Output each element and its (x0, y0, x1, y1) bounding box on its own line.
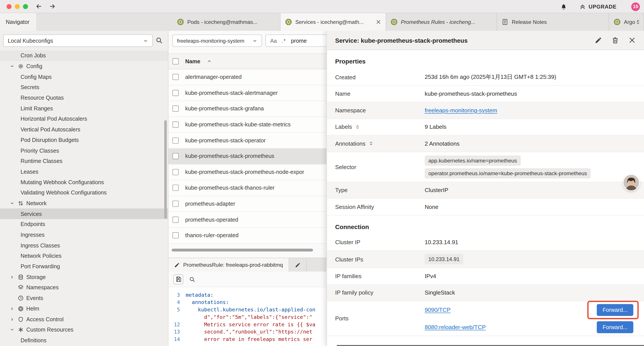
port-row: 9090/TCPForward... (424, 301, 636, 319)
zoom-window-button[interactable] (23, 4, 28, 9)
property-row-ip-families: IP familiesIPv4 (327, 268, 644, 285)
row-checkbox[interactable] (172, 137, 179, 143)
property-row-namespace: Namespacefreeleaps-monitoring-system (327, 102, 644, 119)
close-icon[interactable] (628, 36, 636, 44)
row-checkbox[interactable] (172, 169, 179, 175)
sidebar-item-ingresses[interactable]: Ingresses (0, 230, 168, 240)
sidebar-item-helm[interactable]: Helm (0, 304, 168, 314)
table-horizontal-scrollbar[interactable] (172, 249, 324, 252)
sort-ascending-icon[interactable] (207, 59, 212, 64)
sidebar-item-network-policies[interactable]: Network Policies (0, 251, 168, 261)
port-link[interactable]: 9090/TCP (424, 307, 450, 313)
select-all-checkbox[interactable] (172, 58, 179, 64)
chevron-right-icon[interactable] (10, 317, 14, 322)
name-column-header[interactable]: Name (185, 58, 200, 64)
sidebar-item-label: Resource Quotas (20, 95, 64, 101)
forward-button[interactable]: Forward... (597, 321, 633, 333)
sidebar-item-definitions[interactable]: Definitions (0, 335, 168, 346)
minimize-window-button[interactable] (15, 4, 20, 9)
sidebar-scrollbar[interactable] (164, 120, 166, 219)
port-link[interactable]: 8080:reloader-web/TCP (424, 324, 486, 330)
chevron-right-icon[interactable] (10, 306, 14, 311)
chevron-down-icon[interactable] (10, 328, 14, 332)
section-heading-properties: Properties (335, 57, 636, 66)
sidebar-item-secrets[interactable]: Secrets (0, 82, 168, 93)
navigator-pane-title: Navigator (0, 13, 36, 31)
sidebar-item-limit-ranges[interactable]: Limit Ranges (0, 103, 168, 114)
tab-close-icon[interactable] (376, 19, 381, 24)
sidebar-item-leases[interactable]: Leases (0, 166, 168, 177)
sidebar-item-network[interactable]: Network (0, 198, 168, 209)
row-checkbox[interactable] (172, 217, 179, 223)
dock-tab[interactable]: PrometheusRule: freeleaps-prod-rabbitmq (168, 258, 289, 272)
sidebar-item-namespaces[interactable]: Namespaces (0, 282, 168, 293)
sidebar-item-pod-disruption-budgets[interactable]: Pod Disruption Budgets (0, 135, 168, 145)
sidebar-item-cron-jobs[interactable]: Cron Jobs (0, 50, 168, 61)
upgrade-button[interactable]: UPGRADE (580, 3, 616, 10)
dock-tab[interactable] (289, 258, 307, 272)
chevron-down-icon[interactable] (10, 64, 14, 68)
sidebar-item-config-maps[interactable]: Config Maps (0, 72, 168, 82)
sidebar-item-events[interactable]: Events (0, 293, 168, 303)
row-checkbox[interactable] (172, 106, 179, 112)
sort-toggle-icon[interactable] (355, 124, 360, 129)
namespace-selector[interactable]: freeleaps-monitoring-system (172, 34, 262, 47)
sidebar-item-label: Secrets (20, 84, 40, 90)
property-row-cluster-ips: Cluster IPs10.233.14.91 (327, 251, 644, 268)
property-link[interactable]: freeleaps-monitoring-system (424, 107, 497, 114)
tab-pods-icecheng-mathmas[interactable]: Pods - icecheng@mathmas... (172, 13, 280, 31)
sidebar-item-mutating-webhook-configurations[interactable]: Mutating Webhook Configurations (0, 177, 168, 187)
row-checkbox[interactable] (172, 122, 179, 128)
save-button[interactable] (174, 274, 183, 284)
property-value: IPv4 (424, 273, 436, 280)
chevron-right-icon[interactable] (10, 275, 14, 280)
row-checkbox[interactable] (172, 74, 179, 80)
forward-icon[interactable] (49, 3, 56, 10)
row-checkbox[interactable] (172, 153, 179, 159)
sidebar-item-services[interactable]: Services (0, 209, 168, 219)
tab-release-notes[interactable]: Release Notes (497, 13, 609, 31)
notification-count-badge[interactable]: 15 (631, 2, 640, 11)
sidebar-item-port-forwarding[interactable]: Port Forwarding (0, 261, 168, 272)
search-icon[interactable] (155, 36, 163, 44)
user-avatar[interactable] (624, 175, 639, 190)
chevron-down-icon[interactable] (10, 201, 14, 206)
back-icon[interactable] (35, 3, 42, 10)
row-checkbox[interactable] (172, 185, 179, 191)
tab-prometheus-rules-icecheng[interactable]: Prometheus Rules - icecheng... (386, 13, 497, 31)
sort-toggle-icon[interactable] (368, 141, 374, 146)
sidebar-item-priority-classes[interactable]: Priority Classes (0, 145, 168, 156)
sidebar-item-vertical-pod-autoscalers[interactable]: Vertical Pod Autoscalers (0, 124, 168, 135)
tab-argo-s[interactable]: Argo S (609, 13, 644, 31)
close-window-button[interactable] (6, 4, 12, 9)
edit-pencil-icon[interactable] (595, 36, 602, 44)
sidebar-item-label: Services (20, 211, 42, 217)
sidebar-item-horizontal-pod-autoscalers[interactable]: Horizontal Pod Autoscalers (0, 114, 168, 124)
sidebar-item-ingress-classes[interactable]: Ingress Classes (0, 240, 168, 251)
sidebar-item-resource-quotas[interactable]: Resource Quotas (0, 93, 168, 103)
tab-services-icecheng-math[interactable]: Services - icecheng@math... (280, 13, 386, 31)
sidebar-item-endpoints[interactable]: Endpoints (0, 219, 168, 230)
sidebar-item-storage[interactable]: Storage (0, 272, 168, 282)
match-case-toggle[interactable]: Aa (270, 37, 277, 43)
property-label: Created (335, 74, 356, 80)
sidebar-item-runtime-classes[interactable]: Runtime Classes (0, 156, 168, 166)
property-value: None (424, 203, 438, 210)
row-checkbox[interactable] (172, 232, 179, 239)
forward-button[interactable]: Forward... (597, 304, 633, 316)
sidebar-item-validating-webhook-configurations[interactable]: Validating Webhook Configurations (0, 187, 168, 198)
regex-toggle[interactable]: .* (282, 37, 286, 43)
helm-icon (18, 306, 24, 312)
kubeconfig-selector[interactable]: Local Kubeconfigs (3, 34, 153, 47)
editor-search-icon[interactable] (189, 276, 196, 283)
sidebar-item-config[interactable]: Config (0, 61, 168, 72)
row-checkbox[interactable] (172, 90, 179, 96)
row-checkbox[interactable] (172, 201, 179, 207)
line-number: 13 (168, 328, 186, 336)
sidebar-item-label: Priority Classes (20, 148, 59, 154)
delete-trash-icon[interactable] (612, 36, 619, 44)
sidebar-item-access-control[interactable]: Access Control (0, 314, 168, 325)
sidebar-item-custom-resources[interactable]: Custom Resources (0, 325, 168, 335)
sidebar-item-label: Port Forwarding (20, 264, 60, 270)
bell-icon[interactable] (560, 3, 567, 10)
